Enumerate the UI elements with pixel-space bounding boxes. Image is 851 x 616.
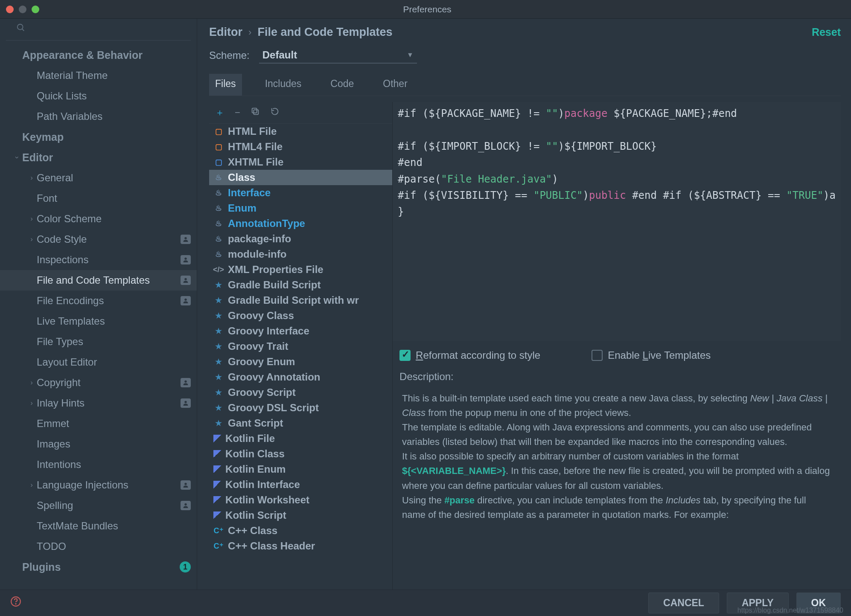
tree-item-language-injections[interactable]: ›Language Injections bbox=[0, 475, 197, 495]
template-groovy-class[interactable]: ★Groovy Class bbox=[209, 308, 392, 323]
tree-item-material-theme[interactable]: Material Theme bbox=[0, 65, 197, 86]
add-button[interactable]: ＋ bbox=[215, 106, 224, 119]
count-badge: 1 bbox=[180, 561, 191, 572]
description-body: This is a built-in template used each ti… bbox=[393, 388, 841, 590]
template-gradle-build-script-with-wr[interactable]: ★Gradle Build Script with wr bbox=[209, 293, 392, 308]
close-icon[interactable] bbox=[6, 6, 14, 13]
tree-item-live-templates[interactable]: Live Templates bbox=[0, 311, 197, 331]
crumb-root[interactable]: Editor bbox=[209, 26, 242, 39]
kotlin-icon bbox=[213, 450, 221, 458]
remove-button[interactable]: − bbox=[235, 107, 240, 118]
html-icon: ▢ bbox=[213, 127, 224, 136]
tab-other[interactable]: Other bbox=[377, 74, 414, 96]
template-groovy-annotation[interactable]: ★Groovy Annotation bbox=[209, 369, 392, 385]
reset-button[interactable]: Reset bbox=[812, 26, 841, 38]
zoom-icon[interactable] bbox=[32, 6, 39, 13]
revert-button[interactable] bbox=[270, 107, 280, 119]
tree-item-quick-lists[interactable]: Quick Lists bbox=[0, 86, 197, 106]
tree-item-spelling[interactable]: Spelling bbox=[0, 495, 197, 516]
template-class[interactable]: ♨Class bbox=[209, 170, 392, 185]
template-groovy-interface[interactable]: ★Groovy Interface bbox=[209, 323, 392, 339]
copy-button[interactable] bbox=[251, 107, 260, 119]
tree-item-emmet[interactable]: Emmet bbox=[0, 413, 197, 434]
tab-files[interactable]: Files bbox=[209, 74, 242, 96]
template-kotlin-file[interactable]: Kotlin File bbox=[209, 431, 392, 446]
template-kotlin-class[interactable]: Kotlin Class bbox=[209, 446, 392, 462]
template-interface[interactable]: ♨Interface bbox=[209, 185, 392, 200]
template-gradle-build-script[interactable]: ★Gradle Build Script bbox=[209, 277, 392, 293]
kotlin-icon bbox=[213, 481, 221, 488]
code-editor[interactable]: #if (${PACKAGE_NAME} != "")package ${PAC… bbox=[393, 102, 841, 341]
search-icon bbox=[16, 23, 26, 35]
project-badge-icon bbox=[181, 398, 191, 408]
scheme-row: Scheme: Default ▼ bbox=[209, 47, 841, 64]
tab-includes[interactable]: Includes bbox=[259, 74, 308, 96]
tree-item-todo[interactable]: TODO bbox=[0, 536, 197, 557]
template-groovy-trait[interactable]: ★Groovy Trait bbox=[209, 339, 392, 354]
template-groovy-enum[interactable]: ★Groovy Enum bbox=[209, 354, 392, 369]
tree-item-path-variables[interactable]: Path Variables bbox=[0, 106, 197, 127]
tree-item-appearance-behavior[interactable]: Appearance & Behavior bbox=[0, 45, 197, 65]
tree-item-color-scheme[interactable]: ›Color Scheme bbox=[0, 209, 197, 229]
tree-item-intentions[interactable]: Intentions bbox=[0, 454, 197, 475]
template-kotlin-enum[interactable]: Kotlin Enum bbox=[209, 462, 392, 477]
template-package-info[interactable]: ♨package-info bbox=[209, 231, 392, 247]
tree-item-label: TODO bbox=[37, 540, 191, 552]
reformat-checkbox[interactable]: Reformat according to style bbox=[399, 349, 540, 361]
template-module-info[interactable]: ♨module-info bbox=[209, 247, 392, 262]
chevron-right-icon: › bbox=[248, 27, 251, 38]
tab-code[interactable]: Code bbox=[324, 74, 360, 96]
tree-item-font[interactable]: Font bbox=[0, 188, 197, 209]
template-kotlin-worksheet[interactable]: Kotlin Worksheet bbox=[209, 492, 392, 508]
tree-item-file-types[interactable]: File Types bbox=[0, 331, 197, 352]
template-gant-script[interactable]: ★Gant Script bbox=[209, 416, 392, 431]
tree-item-general[interactable]: ›General bbox=[0, 168, 197, 188]
tree-item-code-style[interactable]: ›Code Style bbox=[0, 229, 197, 250]
template-html4-file[interactable]: ▢HTML4 File bbox=[209, 139, 392, 154]
template-kotlin-script[interactable]: Kotlin Script bbox=[209, 508, 392, 523]
groovy-icon: ★ bbox=[213, 280, 224, 290]
tree-item-editor[interactable]: ›Editor bbox=[0, 147, 197, 168]
template-label: Groovy Interface bbox=[228, 325, 309, 337]
tree-item-images[interactable]: Images bbox=[0, 434, 197, 454]
template-groovy-dsl-script[interactable]: ★Groovy DSL Script bbox=[209, 400, 392, 416]
cancel-button[interactable]: CANCEL bbox=[648, 593, 719, 613]
scheme-value: Default bbox=[262, 49, 297, 61]
template-label: Gradle Build Script bbox=[228, 279, 321, 291]
template-kotlin-interface[interactable]: Kotlin Interface bbox=[209, 477, 392, 492]
svg-point-5 bbox=[184, 299, 187, 301]
groovy-icon: ★ bbox=[213, 418, 224, 428]
main: Appearance & BehaviorMaterial ThemeQuick… bbox=[0, 19, 851, 590]
live-templates-checkbox[interactable]: Enable Live Templates bbox=[592, 349, 711, 361]
tree-item-keymap[interactable]: Keymap bbox=[0, 127, 197, 147]
groovy-icon: ★ bbox=[213, 342, 224, 351]
template-label: HTML File bbox=[228, 125, 277, 137]
search-input[interactable] bbox=[32, 24, 181, 34]
tree-item-textmate-bundles[interactable]: TextMate Bundles bbox=[0, 516, 197, 536]
html-icon: ▢ bbox=[213, 142, 224, 151]
tree-item-copyright[interactable]: ›Copyright bbox=[0, 372, 197, 393]
options-row: Reformat according to style Enable Live … bbox=[393, 341, 841, 366]
tree-item-inspections[interactable]: Inspections bbox=[0, 250, 197, 270]
template-label: Groovy Annotation bbox=[228, 371, 320, 383]
scheme-select[interactable]: Default ▼ bbox=[259, 47, 417, 64]
tree-item-file-encodings[interactable]: File Encodings bbox=[0, 291, 197, 311]
template-c-class-header[interactable]: C⁺C++ Class Header bbox=[209, 538, 392, 554]
template-xml-properties-file[interactable]: </>XML Properties File bbox=[209, 262, 392, 277]
template-enum[interactable]: ♨Enum bbox=[209, 200, 392, 216]
template-c-class[interactable]: C⁺C++ Class bbox=[209, 523, 392, 538]
tree-item-label: Code Style bbox=[37, 233, 181, 245]
project-badge-icon bbox=[181, 296, 191, 305]
tree-item-file-and-code-templates[interactable]: File and Code Templates bbox=[0, 270, 197, 291]
template-annotationtype[interactable]: ♨AnnotationType bbox=[209, 216, 392, 231]
groovy-icon: ★ bbox=[213, 372, 224, 382]
tree-item-layout-editor[interactable]: Layout Editor bbox=[0, 352, 197, 372]
minimize-icon[interactable] bbox=[19, 6, 26, 13]
tree-item-plugins[interactable]: Plugins1 bbox=[0, 557, 197, 577]
help-icon[interactable] bbox=[10, 596, 21, 610]
template-xhtml-file[interactable]: ▢XHTML File bbox=[209, 154, 392, 170]
template-html-file[interactable]: ▢HTML File bbox=[209, 124, 392, 139]
template-groovy-script[interactable]: ★Groovy Script bbox=[209, 385, 392, 400]
svg-point-13 bbox=[15, 604, 16, 604]
tree-item-inlay-hints[interactable]: ›Inlay Hints bbox=[0, 393, 197, 413]
